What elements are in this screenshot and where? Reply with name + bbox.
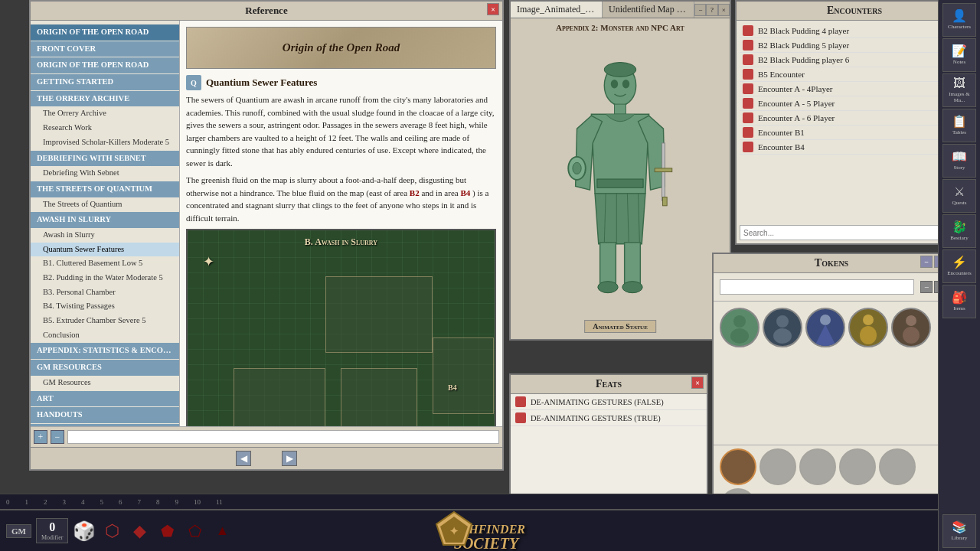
token-empty-3[interactable] [839, 448, 876, 485]
feat-item-1[interactable]: DE-ANIMATING GESTURES (FALSE) [511, 394, 707, 410]
items-icon: 🎒 [952, 292, 967, 304]
coord-3: 3 [63, 498, 67, 506]
d8-die[interactable]: ◆ [128, 520, 151, 543]
sidebar-icon-items[interactable]: 🎒 Items [942, 285, 976, 318]
encounter-item-b2-4p[interactable]: B2 Black Pudding 4 player [740, 24, 969, 38]
encounter-item-b4[interactable]: Encounter B4 [740, 140, 969, 155]
toc-item-streets[interactable]: THE STREETS OF QUANTIUM [31, 181, 179, 197]
sidebar-icon-quests[interactable]: ⚔ Quests [942, 179, 976, 213]
encounters-titlebar: Encounters ? × [737, 2, 972, 21]
encounter-item-b1[interactable]: Encounter B1 [740, 126, 969, 140]
token-empty-1[interactable] [760, 448, 796, 485]
iv-minimize-button[interactable]: − [694, 4, 706, 16]
token-1[interactable] [720, 308, 760, 347]
feat-item-2[interactable]: DE-ANIMATING GESTURES (TRUE) [511, 410, 707, 426]
iv-help-button[interactable]: ? [706, 4, 717, 16]
section-title: Q Quantium Sewer Features [186, 75, 496, 90]
toc-item-handouts[interactable]: HANDOUTS [31, 407, 179, 423]
toc-add-button[interactable]: + [34, 430, 47, 444]
encounter-item-a4[interactable]: Encounter A - 4Player [740, 82, 969, 96]
svg-point-23 [820, 315, 831, 325]
reference-nav: ◀ ▶ [31, 447, 502, 469]
sidebar-icon-library[interactable]: 📚 Library [942, 514, 976, 548]
encounter-item-b2-5p[interactable]: B2 Black Pudding 5 player [740, 38, 969, 53]
svg-point-15 [598, 281, 618, 292]
feats-close-button[interactable]: × [691, 377, 704, 389]
map-container[interactable]: B. Awash in Slurry ✦ B4 B5 [186, 229, 496, 426]
sidebar-icon-characters[interactable]: 👤 Characters [942, 3, 976, 37]
toc-item-quantum-sewer[interactable]: Quantum Sewer Features [31, 243, 179, 257]
d20-die[interactable]: ▲ [211, 520, 234, 543]
toc-item-debriefing-sub[interactable]: Debriefing With Sebnet [31, 166, 179, 181]
toc-item-debriefing[interactable]: DEBRIEFING WITH SEBNET [31, 151, 179, 167]
sidebar-label-images: Images & Ma... [943, 91, 975, 103]
sidebar-icon-encounters[interactable]: ⚡ Encounters [942, 249, 976, 283]
iv-close-button[interactable]: × [718, 4, 730, 16]
token-empty-4[interactable] [879, 448, 916, 485]
token-4[interactable] [848, 308, 888, 347]
reference-panel: Reference × ORIGIN OF THE OPEN ROAD FRON… [29, 0, 504, 471]
toc-item-art[interactable]: ART [31, 391, 179, 407]
toc-item-improvised[interactable]: Improvised Scholar-Killers Moderate 5 [31, 135, 179, 150]
toc-item-b1[interactable]: B1. Cluttered Basement Low 5 [31, 256, 179, 271]
toc-item-origin2[interactable]: ORIGIN OF THE OPEN ROAD [31, 57, 179, 73]
content-body-text2: The greenish fluid on the map is slurry … [186, 174, 496, 224]
toc-item-awash[interactable]: AWASH IN SLURRY [31, 212, 179, 228]
d4-die[interactable]: 🎲 [73, 520, 96, 543]
animated-statue-label: Animated Statue [584, 320, 656, 333]
encounter-item-a6[interactable]: Encounter A - 6 Player [740, 111, 969, 126]
reference-body: ORIGIN OF THE OPEN ROAD FRONT COVER ORIG… [31, 21, 502, 426]
toc-item-front[interactable]: FRONT COVER [31, 41, 179, 57]
toc-item-streets-sub[interactable]: The Streets of Quantium [31, 197, 179, 212]
toc-item-gm[interactable]: GM RESOURCES [31, 360, 179, 376]
tokens-search-input[interactable] [720, 279, 914, 295]
encounter-item-b2-6p[interactable]: B2 Black Pudding player 6 [740, 53, 969, 67]
token-zoom-out-button[interactable]: − [920, 281, 933, 293]
token-2[interactable] [763, 308, 802, 347]
sidebar-icon-bestiary[interactable]: 🐉 Bestiary [942, 214, 976, 248]
sidebar-icon-tables[interactable]: 📋 Tables [942, 109, 976, 142]
sidebar-icon-notes[interactable]: 📝 Notes [942, 38, 976, 72]
toc-item-b4[interactable]: B4. Twisting Passages [31, 299, 179, 314]
toc-search-input[interactable] [67, 430, 499, 444]
toc-item-orrery-sub[interactable]: The Orrery Archive [31, 106, 179, 121]
nav-prev-button[interactable]: ◀ [236, 451, 251, 466]
toc-item-getting[interactable]: GETTING STARTED [31, 74, 179, 90]
d6-die[interactable]: ⬡ [100, 520, 123, 543]
toc-item-gm-sub[interactable]: GM Resources [31, 376, 179, 390]
iv-tab-map[interactable]: Unidentified Map / In... [603, 2, 694, 18]
modifier-label: Modifier [41, 534, 63, 541]
d10-die[interactable]: ⬟ [155, 520, 178, 543]
token-selected[interactable] [720, 448, 756, 485]
nav-next-button[interactable]: ▶ [282, 451, 297, 466]
toc-item-b3[interactable]: B3. Personal Chamber [31, 285, 179, 300]
toc-item-research[interactable]: Research Work [31, 121, 179, 135]
reference-close-button[interactable]: × [487, 3, 499, 15]
svg-text:✦: ✦ [449, 526, 459, 537]
token-3[interactable] [805, 308, 845, 347]
token-empty-2[interactable] [799, 448, 836, 485]
tokens-minimize-button[interactable]: − [920, 256, 933, 268]
sidebar-icon-story[interactable]: 📖 Story [942, 144, 976, 178]
toc-item-b2[interactable]: B2. Pudding in the Water Moderate 5 [31, 271, 179, 285]
coord-11: 11 [216, 498, 223, 506]
toc-item-origin1[interactable]: ORIGIN OF THE OPEN ROAD [31, 24, 179, 41]
toc-item-awash-sub[interactable]: Awash in Slurry [31, 228, 179, 243]
iv-tab-animated-statue[interactable]: Image_Animated_Statue [511, 2, 603, 18]
map-compass-icon: ✦ [203, 253, 214, 270]
toc-item-conclusion[interactable]: Conclusion [31, 328, 179, 343]
toc-item-orrery[interactable]: THE ORRERY ARCHIVE [31, 91, 179, 107]
encounter-icon [743, 127, 753, 138]
sidebar-icon-images[interactable]: 🖼 Images & Ma... [942, 73, 976, 107]
modifier-display: 0 Modifier [36, 518, 68, 543]
pathfinder-emblem: ✦ [435, 510, 473, 549]
toc-remove-button[interactable]: − [51, 430, 64, 444]
encounter-item-a5[interactable]: Encounter A - 5 Player [740, 96, 969, 111]
encounters-search-input[interactable] [740, 225, 969, 240]
encounter-item-b5[interactable]: B5 Encounter [740, 67, 969, 82]
toc-item-b5[interactable]: B5. Extruder Chamber Severe 5 [31, 314, 179, 328]
svg-point-19 [733, 315, 746, 328]
token-5[interactable] [891, 308, 931, 347]
d12-die[interactable]: ⬠ [183, 520, 206, 543]
toc-item-appendix[interactable]: APPENDIX: STATISTICS & ENCOU... [31, 343, 179, 359]
